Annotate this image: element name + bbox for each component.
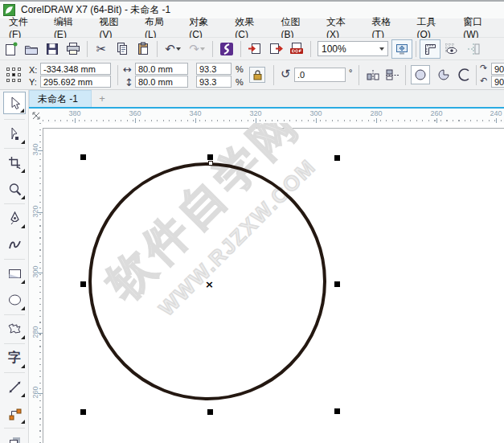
ellipse-mode-icon bbox=[414, 68, 427, 81]
flyout-arrow-icon bbox=[21, 393, 25, 397]
hruler-number: 300 bbox=[300, 109, 332, 117]
object-height-field[interactable]: 80.0 mm bbox=[135, 76, 188, 88]
text-tool-button[interactable]: 字 bbox=[3, 347, 26, 369]
save-button[interactable] bbox=[42, 39, 63, 59]
open-button[interactable] bbox=[21, 39, 42, 59]
y-position-field[interactable]: 295.692 mm bbox=[40, 76, 111, 88]
connector-tool-button[interactable] bbox=[3, 402, 26, 425]
show-guidelines-button[interactable] bbox=[463, 39, 484, 59]
vruler-number: 320 bbox=[31, 195, 39, 228]
ruler-origin-button[interactable] bbox=[29, 109, 43, 123]
horizontal-ruler[interactable]: 380 360 340 320 300 280 260 240 bbox=[43, 109, 504, 123]
import-button[interactable] bbox=[244, 39, 265, 59]
crop-tool-button[interactable] bbox=[3, 151, 26, 174]
zoom-dropdown-caret-icon bbox=[379, 47, 384, 51]
pick-tool-button[interactable] bbox=[3, 92, 26, 114]
copy-icon bbox=[116, 42, 129, 55]
pdf-icon bbox=[289, 42, 304, 55]
scale-h-value: 93.3 bbox=[199, 64, 216, 74]
new-document-icon bbox=[4, 42, 18, 56]
toolbox-separator bbox=[4, 372, 25, 373]
redo-button[interactable]: ↷ bbox=[185, 39, 209, 59]
new-document-button[interactable] bbox=[0, 39, 21, 59]
print-button[interactable] bbox=[63, 39, 84, 59]
rotation-angle-field[interactable]: .0 bbox=[294, 68, 346, 82]
undo-dropdown-caret-icon[interactable] bbox=[176, 47, 181, 51]
ellipse-tool-button[interactable] bbox=[3, 289, 26, 311]
standard-toolbar: ✂ ↶ ↷ 100% bbox=[0, 38, 504, 60]
rectangle-tool-button[interactable] bbox=[3, 262, 26, 285]
rectangle-tool-icon bbox=[8, 268, 22, 280]
toolbar-separator bbox=[416, 41, 416, 57]
arc-end-angle-field[interactable]: 90 bbox=[491, 76, 504, 88]
lock-ratio-button[interactable] bbox=[249, 67, 265, 83]
document-tab-bar: 未命名 -1 + bbox=[29, 90, 504, 107]
zoom-tool-icon bbox=[8, 183, 22, 196]
selection-handle-middle-left[interactable] bbox=[80, 281, 86, 287]
selection-handle-bottom-right[interactable] bbox=[334, 408, 340, 414]
rotation-icon: ↺ bbox=[281, 68, 291, 80]
redo-dropdown-caret-icon[interactable] bbox=[200, 47, 205, 51]
fit-page-icon bbox=[395, 43, 409, 55]
publish-pdf-button[interactable] bbox=[286, 39, 307, 59]
export-button[interactable] bbox=[265, 39, 286, 59]
zoom-level-select[interactable]: 100% bbox=[318, 41, 388, 56]
mirror-vertical-button[interactable] bbox=[383, 67, 400, 83]
copy-button[interactable] bbox=[112, 39, 133, 59]
show-rulers-button[interactable] bbox=[420, 39, 440, 59]
arc-mode-button[interactable] bbox=[456, 67, 473, 83]
coreldraw-window: CorelDRAW X7 (64-Bit) - 未命名 -1 文件(F) 编辑(… bbox=[0, 0, 504, 443]
arc-start-angle-value: 90 bbox=[494, 64, 504, 74]
show-grid-button[interactable] bbox=[440, 39, 461, 59]
new-document-tab-button[interactable]: + bbox=[92, 90, 113, 107]
zoom-tool-button[interactable] bbox=[3, 178, 26, 200]
selection-handle-bottom-center[interactable] bbox=[207, 409, 213, 415]
scale-v-value: 93.3 bbox=[199, 77, 216, 87]
selection-handle-top-center[interactable] bbox=[207, 154, 213, 160]
polygon-tool-button[interactable] bbox=[3, 318, 26, 340]
ellipse-top-node[interactable] bbox=[208, 161, 213, 166]
shape-tool-button[interactable] bbox=[3, 122, 26, 145]
dimension-tool-icon bbox=[8, 380, 22, 394]
vertical-ruler[interactable]: 340 320 300 280 260 bbox=[29, 123, 43, 443]
drawing-canvas[interactable]: 软件自学网 WWW.RJZXW.COM × bbox=[43, 123, 504, 443]
arc-mode-icon bbox=[458, 68, 471, 81]
flyout-arrow-icon bbox=[21, 306, 25, 310]
degree-label: ° bbox=[349, 68, 352, 77]
document-tab-active[interactable]: 未命名 -1 bbox=[29, 90, 92, 107]
selection-handle-bottom-left[interactable] bbox=[80, 409, 86, 415]
flyout-arrow-icon bbox=[21, 169, 25, 173]
scale-h-field[interactable]: 93.3 bbox=[196, 63, 232, 75]
flyout-arrow-icon bbox=[21, 140, 25, 144]
selection-handle-top-left[interactable] bbox=[80, 154, 86, 160]
object-height-value: 80.0 mm bbox=[138, 77, 173, 87]
arc-start-angle-field[interactable]: 90 bbox=[491, 63, 504, 75]
ellipse-mode-button[interactable] bbox=[411, 65, 430, 84]
hruler-number: 360 bbox=[119, 109, 151, 117]
hruler-number: 340 bbox=[179, 109, 211, 117]
pie-mode-icon bbox=[437, 68, 450, 81]
dimension-tool-button[interactable] bbox=[3, 375, 26, 398]
undo-button[interactable]: ↶ bbox=[161, 39, 185, 59]
freehand-tool-button[interactable] bbox=[3, 207, 26, 229]
object-width-field[interactable]: 80.0 mm bbox=[135, 63, 188, 75]
selection-center-marker[interactable]: × bbox=[205, 278, 214, 290]
cut-button[interactable]: ✂ bbox=[91, 39, 112, 59]
paste-button[interactable] bbox=[133, 39, 154, 59]
arc-start-icon: ↷ bbox=[480, 64, 487, 72]
toolbox-separator bbox=[4, 314, 25, 315]
mirror-horizontal-button[interactable] bbox=[364, 67, 381, 83]
scale-v-field[interactable]: 93.3 bbox=[196, 76, 232, 88]
drop-shadow-tool-button[interactable] bbox=[3, 431, 26, 443]
pie-mode-button[interactable] bbox=[435, 67, 452, 83]
export-icon bbox=[268, 42, 283, 55]
print-icon bbox=[66, 42, 80, 55]
x-position-field[interactable]: -334.348 mm bbox=[40, 63, 111, 75]
fit-page-button[interactable] bbox=[391, 39, 412, 59]
selection-handle-middle-right[interactable] bbox=[334, 281, 340, 287]
selection-handle-top-right[interactable] bbox=[334, 155, 340, 161]
flyout-arrow-icon bbox=[21, 280, 25, 284]
object-width-value: 80.0 mm bbox=[138, 64, 173, 74]
app-launcher-button[interactable] bbox=[216, 39, 237, 59]
artistic-media-tool-button[interactable] bbox=[3, 233, 26, 256]
